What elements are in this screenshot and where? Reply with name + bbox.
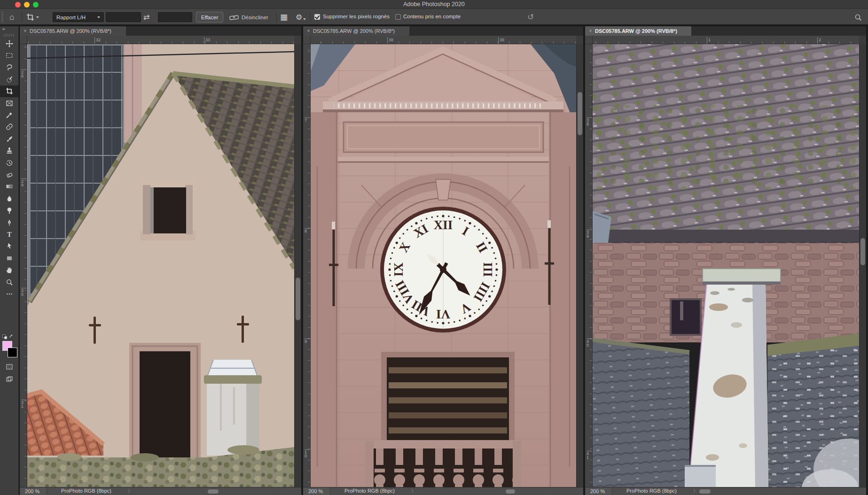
svg-text:IX: IX [391, 263, 406, 277]
swap-dimensions-button[interactable]: ⇄ [143, 9, 149, 25]
lasso-tool[interactable] [0, 62, 19, 73]
horizontal-scrollbar-thumb[interactable] [208, 489, 219, 494]
history-brush-tool[interactable] [0, 157, 19, 169]
desincliner-button[interactable]: Désincliner [229, 9, 268, 25]
horizontal-scrollbar-thumb[interactable] [699, 489, 711, 494]
ruler-corner [20, 36, 27, 44]
tab-bar: × DSC05785.ARW @ 200% (RVB/8*) [20, 26, 301, 36]
path-select-tool[interactable] [0, 240, 19, 252]
toolbar-expand-button[interactable]: » [0, 26, 18, 33]
hand-tool[interactable] [0, 264, 19, 276]
effacer-button[interactable]: Effacer [196, 12, 223, 23]
vertical-scrollbar-thumb[interactable] [578, 92, 582, 135]
status-disclosure-icon[interactable]: 〉 [693, 488, 698, 495]
svg-text:XII: XII [434, 218, 453, 232]
title-bar: Adobe Photoshop 2020 [0, 0, 868, 9]
blur-tool[interactable] [0, 193, 19, 204]
crop-settings-button[interactable]: ⚙ [296, 9, 306, 25]
crop-icon [26, 13, 34, 21]
ratio-select-value: Rapport L/H [56, 15, 86, 20]
vertical-ruler[interactable]: 28293031 [20, 44, 27, 487]
zoom-level-field[interactable]: 200 % [303, 487, 330, 495]
document-tab[interactable]: × DSC05785.ARW @ 200% (RVB/8*) [20, 26, 126, 36]
canvas-image-2[interactable]: XIIIIIIIIIIIIVVIVIIVIIIIXXXI [311, 44, 576, 487]
divider [22, 12, 22, 23]
close-tab-icon[interactable]: × [307, 28, 310, 34]
horizontal-ruler[interactable]: 3839 [311, 36, 576, 44]
quick-mask-button[interactable] [0, 361, 19, 372]
swap-colors-icon[interactable] [2, 333, 15, 340]
frame-tool[interactable] [0, 97, 19, 109]
overlay-options-button[interactable]: ▦ [280, 9, 288, 25]
svg-text:VI: VI [436, 307, 450, 321]
crop-height-input[interactable] [158, 12, 192, 22]
crop-width-input[interactable] [106, 12, 141, 22]
zoom-level-field[interactable]: 200 % [20, 487, 47, 495]
vertical-scrollbar[interactable] [294, 44, 301, 487]
screen-mode-button[interactable] [0, 373, 19, 385]
ratio-select[interactable]: Rapport L/H [53, 12, 104, 22]
toolbar-grip [4, 34, 15, 37]
search-button[interactable] [854, 9, 862, 25]
vertical-ruler[interactable]: 38394041 [585, 44, 593, 487]
tab-title: DSC05785.ARW @ 200% (RVB/8*) [595, 28, 677, 34]
eyedropper-tool[interactable] [0, 109, 19, 121]
eraser-tool[interactable] [0, 169, 19, 180]
close-tab-icon[interactable]: × [589, 28, 592, 34]
type-tool[interactable]: T [0, 228, 19, 240]
quick-select-tool[interactable] [0, 73, 19, 85]
photoshop-app: Adobe Photoshop 2020 ⌂ Rapport L/H ⇄ Eff… [0, 0, 868, 495]
desincliner-label: Désincliner [242, 15, 268, 20]
reset-button[interactable]: ↺ [527, 9, 534, 25]
healing-tool[interactable] [0, 121, 19, 133]
vertical-scrollbar[interactable] [859, 44, 866, 487]
crop-tool[interactable] [0, 85, 19, 97]
document-tab[interactable]: × DSC05785.ARW @ 200% (RVB/8*) [585, 26, 691, 36]
tool-bar: » T [0, 26, 19, 495]
clone-stamp-tool[interactable] [0, 145, 19, 157]
brush-tool[interactable] [0, 133, 19, 145]
ruler-corner [303, 36, 311, 44]
contenu-label: Contenu pris en compte [403, 14, 461, 19]
document-tab[interactable]: × DSC05785.ARW @ 200% (RVB/8*) [303, 26, 409, 36]
close-tab-icon[interactable]: × [23, 28, 27, 34]
move-tool[interactable] [0, 38, 19, 49]
horizontal-scrollbar-thumb[interactable] [506, 489, 515, 494]
horizontal-ruler[interactable]: 12 [593, 36, 859, 44]
contenu-checkbox[interactable] [395, 14, 401, 20]
canvas-image-3[interactable] [593, 44, 859, 487]
options-grip [1, 12, 3, 23]
vertical-ruler[interactable]: 78910 [303, 44, 311, 487]
shape-tool[interactable] [0, 252, 19, 264]
background-color-swatch[interactable] [8, 348, 17, 357]
pen-tool[interactable] [0, 217, 19, 228]
status-disclosure-icon[interactable]: 〉 [128, 488, 133, 495]
dodge-tool[interactable] [0, 204, 19, 216]
effacer-label: Effacer [201, 15, 218, 20]
vertical-scrollbar-thumb[interactable] [296, 278, 300, 320]
svg-text:T: T [7, 231, 12, 238]
status-bar: 200 % ProPhoto RGB (8bpc) 〉 [585, 487, 866, 495]
marquee-tool[interactable] [0, 49, 19, 61]
zoom-tool[interactable] [0, 276, 19, 288]
tab-title: DSC05785.ARW @ 200% (RVB/8*) [313, 28, 395, 34]
status-disclosure-icon[interactable]: 〉 [411, 488, 416, 495]
status-bar: 200 % ProPhoto RGB (8bpc) 〉 [20, 487, 301, 495]
app-title: Adobe Photoshop 2020 [0, 1, 868, 8]
vertical-scrollbar[interactable] [576, 44, 583, 487]
document-window-2: × DSC05785.ARW @ 200% (RVB/8*) 3839 7891… [303, 26, 583, 495]
chevron-down-icon [303, 18, 306, 20]
zoom-level-field[interactable]: 200 % [585, 487, 612, 495]
horizontal-ruler[interactable]: 3233 [27, 36, 294, 44]
edit-toolbar-button[interactable] [0, 288, 19, 300]
gradient-tool[interactable] [0, 181, 19, 193]
canvas-image-1[interactable] [27, 44, 294, 487]
vertical-scrollbar-thumb[interactable] [860, 238, 865, 265]
supprimer-pixels-checkbox[interactable] [314, 14, 320, 20]
crop-tool-preset-button[interactable] [26, 9, 39, 25]
straighten-icon [229, 14, 239, 21]
chevron-down-icon [97, 16, 100, 18]
document-window-1: × DSC05785.ARW @ 200% (RVB/8*) 3233 2829… [20, 26, 301, 495]
document-window-3: × DSC05785.ARW @ 200% (RVB/8*) 12 383940… [585, 26, 866, 495]
home-button[interactable]: ⌂ [9, 9, 14, 25]
